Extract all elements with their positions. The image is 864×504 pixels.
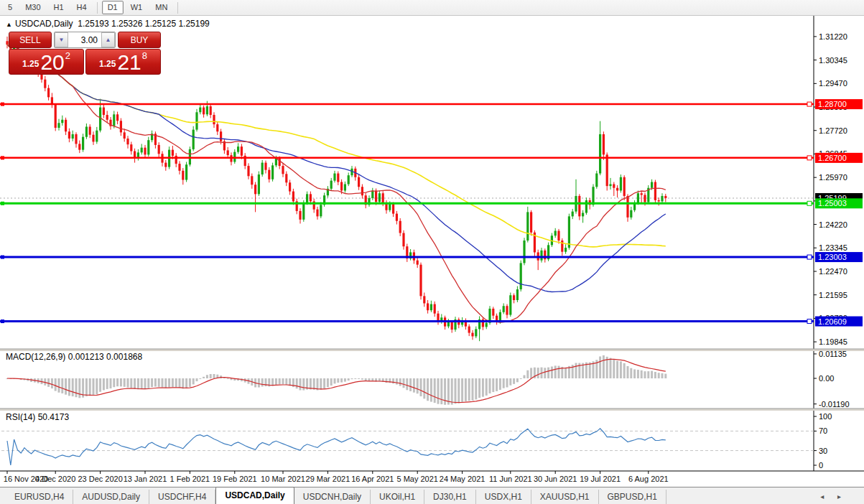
macd-values: 0.001213 0.001868 — [68, 352, 142, 362]
level-handle-right[interactable] — [807, 156, 812, 160]
level-handle-right[interactable] — [807, 102, 812, 106]
rsi-axis-tick: 0 — [819, 461, 823, 470]
date-axis-tick: 1 Feb 2021 — [170, 475, 210, 483]
price-axis-tick: 1.23345 — [819, 243, 847, 252]
date-axis-tick: 19 Feb 2021 — [213, 475, 257, 483]
date-axis-tick: 23 Dec 2020 — [78, 475, 122, 483]
tab-usdcad-daily[interactable]: USDCAD,Daily — [215, 487, 294, 504]
date-axis-tick: 29 Mar 2021 — [306, 475, 350, 483]
rsi-axis-tick: 100 — [819, 412, 832, 421]
date-axis-tick: 6 Aug 2021 — [628, 475, 669, 483]
price-axis-tick: 1.25970 — [819, 173, 847, 182]
price-axis-tick: 1.19845 — [819, 337, 847, 346]
price-axis-tick: 1.29470 — [819, 79, 847, 88]
macd-name: MACD(12,26,9) — [6, 352, 65, 362]
timeframe-button-m30[interactable]: M30 — [19, 1, 46, 14]
date-axis-tick: 13 Jan 2021 — [124, 475, 167, 483]
tab-gbpusd-h1[interactable]: GBPUSD,H1 — [599, 490, 666, 504]
sell-button[interactable]: SELL — [9, 32, 52, 48]
price-flag-text: 1.28700 — [818, 100, 847, 108]
volume-up-icon[interactable]: ▲ — [101, 32, 115, 47]
price-flag-text: 1.25003 — [818, 199, 847, 207]
macd-histogram — [6, 355, 667, 405]
tab-ukoil-h1[interactable]: UKOil,H1 — [371, 490, 424, 504]
one-click-trading-panel: SELL ▼ 3.00 ▲ BUY 1.25 20 2 1.25 21 8 — [9, 32, 161, 75]
ask-price-big: 21 — [117, 52, 141, 73]
chart-canvas[interactable]: 1.312201.303451.294701.285951.277201.268… — [0, 16, 864, 504]
rsi-value: 50.4173 — [38, 412, 69, 422]
chart-ohlc: 1.25193 1.25326 1.25125 1.25199 — [78, 19, 210, 29]
timeframe-button-h1[interactable]: H1 — [48, 1, 70, 14]
macd-signal-line — [7, 359, 666, 402]
bid-price-big: 20 — [40, 52, 64, 73]
rsi-line — [7, 429, 666, 465]
tab-usdx-h1[interactable]: USDX,H1 — [476, 490, 531, 504]
ask-quote[interactable]: 1.25 21 8 — [85, 49, 161, 75]
chart-tabbar: EURUSD,H4AUDUSD,DailyUSDCHF,H4USDCAD,Dai… — [0, 487, 864, 504]
date-axis-tick: 24 May 2021 — [440, 475, 486, 483]
price-flag-text: 1.26700 — [818, 154, 847, 162]
date-axis-tick: 16 Apr 2021 — [351, 475, 394, 483]
price-axis-tick: 1.21595 — [819, 291, 847, 299]
volume-down-icon[interactable]: ▼ — [55, 32, 68, 47]
macd-axis-tick: 0.01135 — [819, 350, 847, 358]
date-axis-tick: 11 Jun 2021 — [489, 475, 532, 483]
timeframe-toolbar: 5M30H1H4D1W1MN — [0, 0, 864, 16]
volume-stepper: ▼ 3.00 ▲ — [54, 32, 116, 48]
tab-xauusd-h1[interactable]: XAUUSD,H1 — [531, 490, 599, 504]
price-axis-tick: 1.24220 — [819, 220, 847, 229]
level-handle-left[interactable] — [1, 202, 4, 205]
candlesticks — [6, 37, 666, 341]
macd-axis-tick: 0.00 — [819, 374, 834, 383]
ma-slow-line — [7, 45, 666, 247]
level-handle-left[interactable] — [1, 319, 4, 323]
date-axis-tick: 10 Mar 2021 — [261, 475, 305, 483]
price-flag-text: 1.23003 — [818, 253, 847, 261]
tab-scroll-arrows[interactable]: ◂ ▸ — [820, 493, 847, 500]
rsi-name: RSI(14) — [6, 412, 35, 422]
tab-eurusd-h4[interactable]: EURUSD,H4 — [6, 490, 73, 504]
tab-usdcnh-daily[interactable]: USDCNH,Daily — [294, 490, 371, 504]
tab-audusd-daily[interactable]: AUDUSD,Daily — [73, 490, 149, 504]
level-handle-right[interactable] — [807, 319, 812, 324]
timeframe-button-d1[interactable]: D1 — [102, 1, 124, 14]
level-handle-left[interactable] — [1, 156, 4, 159]
timeframe-button-h4[interactable]: H4 — [71, 1, 93, 14]
chart-title: ▲USDCAD,Daily 1.25193 1.25326 1.25125 1.… — [6, 19, 210, 29]
one-click-toggle-icon[interactable]: ▲ — [6, 21, 12, 28]
level-handle-left[interactable] — [1, 256, 4, 259]
price-axis-tick: 1.30345 — [819, 56, 847, 65]
buy-button[interactable]: BUY — [118, 32, 161, 48]
chart-symbol: USDCAD,Daily — [15, 19, 73, 29]
timeframe-button-5[interactable]: 5 — [2, 1, 18, 14]
price-axis-tick: 1.31220 — [819, 32, 847, 41]
date-axis-tick: 5 May 2021 — [396, 475, 437, 483]
bid-price-sup: 2 — [65, 50, 70, 61]
toolbar-separator — [177, 2, 178, 14]
level-handle-left[interactable] — [1, 103, 4, 106]
bid-quote[interactable]: 1.25 20 2 — [9, 49, 84, 75]
rsi-label: RSI(14) 50.4173 — [6, 412, 69, 422]
price-flag-text: 1.20609 — [818, 317, 847, 326]
tab-usdchf-h4[interactable]: USDCHF,H4 — [149, 490, 215, 504]
macd-axis-tick: -0.01190 — [819, 400, 850, 409]
rsi-axis-tick: 30 — [819, 447, 827, 455]
price-axis-tick: 1.27720 — [819, 126, 847, 135]
date-axis-tick: 19 Jul 2021 — [580, 475, 621, 483]
date-axis-tick: 30 Jun 2021 — [534, 475, 577, 483]
date-axis-tick: 4 Dec 2020 — [35, 475, 75, 483]
volume-value[interactable]: 3.00 — [68, 32, 101, 47]
ask-price-small: 1.25 — [99, 59, 116, 69]
timeframe-button-w1[interactable]: W1 — [125, 1, 149, 14]
price-axis-tick: 1.22470 — [819, 267, 847, 276]
toolbar-separator — [97, 2, 98, 14]
level-handle-right[interactable] — [807, 201, 812, 205]
ma-mid-line — [7, 45, 666, 291]
timeframe-button-mn[interactable]: MN — [149, 1, 173, 14]
level-handle-right[interactable] — [807, 255, 812, 259]
rsi-axis-tick: 70 — [819, 426, 827, 435]
macd-label: MACD(12,26,9) 0.001213 0.001868 — [6, 352, 142, 362]
tab-dj30-h1[interactable]: DJ30,H1 — [424, 490, 476, 504]
ask-price-sup: 8 — [142, 50, 147, 61]
bid-price-small: 1.25 — [22, 59, 39, 69]
